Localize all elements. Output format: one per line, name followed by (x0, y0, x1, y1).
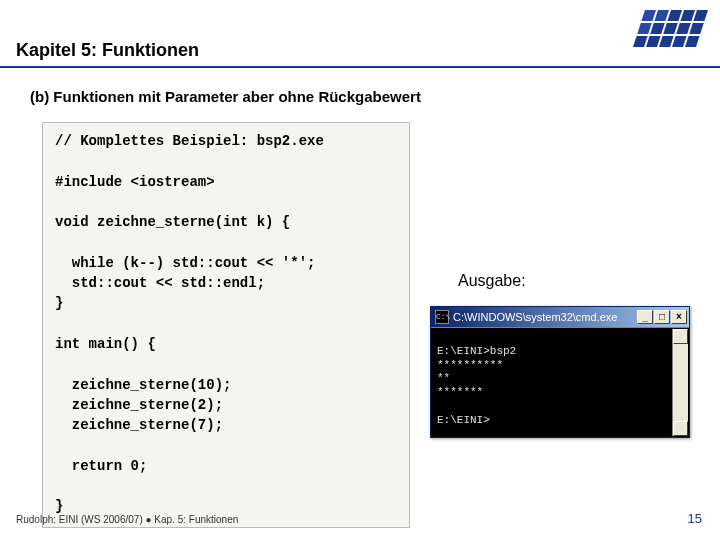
output-label: Ausgabe: (458, 272, 526, 290)
brand-logo (633, 10, 708, 47)
page-title: Kapitel 5: Funktionen (16, 40, 199, 61)
slide-footer: Rudolph: EINI (WS 2006/07) ● Kap. 5: Fun… (16, 511, 702, 526)
cmd-window: C:\ C:\WINDOWS\system32\cmd.exe _ □ × E:… (430, 306, 690, 438)
cmd-output: E:\EINI>bsp2 ********** ** ******* E:\EI… (431, 327, 689, 437)
close-button[interactable]: × (671, 310, 687, 324)
minimize-button[interactable]: _ (637, 310, 653, 324)
cmd-titlebar: C:\ C:\WINDOWS\system32\cmd.exe _ □ × (431, 307, 689, 327)
cmd-output-text: E:\EINI>bsp2 ********** ** ******* E:\EI… (437, 345, 516, 426)
maximize-button[interactable]: □ (654, 310, 670, 324)
window-buttons: _ □ × (637, 310, 687, 324)
scroll-track[interactable] (673, 344, 688, 421)
cmd-icon: C:\ (435, 310, 449, 324)
section-subheading: (b) Funktionen mit Parameter aber ohne R… (30, 88, 421, 105)
cmd-title: C:\WINDOWS\system32\cmd.exe (453, 311, 637, 323)
page-number: 15 (688, 511, 702, 526)
footer-left: Rudolph: EINI (WS 2006/07) ● Kap. 5: Fun… (16, 514, 238, 525)
code-listing: // Komplettes Beispiel: bsp2.exe #includ… (42, 122, 410, 528)
scrollbar[interactable]: ▲ ▼ (672, 329, 688, 436)
scroll-up-button[interactable]: ▲ (673, 329, 688, 344)
scroll-down-button[interactable]: ▼ (673, 421, 688, 436)
title-divider (0, 66, 720, 68)
